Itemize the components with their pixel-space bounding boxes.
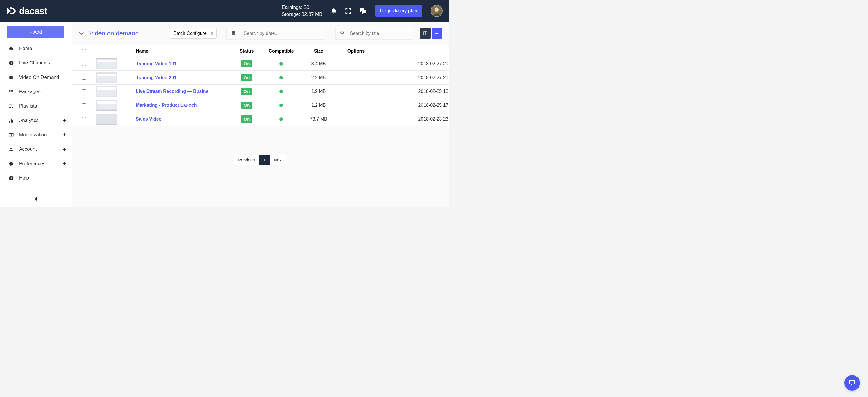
svg-rect-6 bbox=[11, 90, 13, 91]
fullscreen-icon[interactable] bbox=[345, 8, 351, 14]
compatible-indicator bbox=[279, 76, 283, 79]
size-text: 2.2 MB bbox=[300, 75, 337, 80]
sidebar-item-monetization[interactable]: $ Monetization + bbox=[0, 128, 72, 142]
svg-text:i: i bbox=[11, 176, 12, 180]
row-checkbox[interactable] bbox=[82, 76, 86, 80]
search-date-input[interactable] bbox=[243, 28, 320, 39]
sidebar-item-live-channels[interactable]: Live Channels bbox=[0, 56, 72, 70]
compatible-indicator bbox=[279, 104, 283, 107]
search-date-wrap bbox=[226, 27, 324, 40]
content-area: Video on demand Batch Configure ▲▼ bbox=[72, 22, 449, 207]
sidebar-item-label: Playlists bbox=[19, 103, 37, 109]
sidebar-item-analytics[interactable]: Analytics + bbox=[0, 113, 72, 128]
table-row: Live Stream Recording — Busine On 1.9 MB… bbox=[72, 85, 449, 98]
size-text: 1.2 MB bbox=[300, 103, 337, 108]
video-thumbnail[interactable] bbox=[96, 100, 117, 111]
collapse-sidebar-icon[interactable] bbox=[33, 195, 39, 203]
expand-icon: + bbox=[63, 161, 66, 167]
compatible-indicator bbox=[279, 90, 283, 93]
status-badge: On bbox=[241, 88, 253, 95]
search-icon[interactable] bbox=[339, 28, 349, 38]
sidebar-item-label: Home bbox=[19, 46, 32, 52]
date-text: 2018-02-25 17:59:50 bbox=[375, 103, 449, 108]
status-badge: On bbox=[241, 102, 253, 109]
sidebar-item-preferences[interactable]: Preferences + bbox=[0, 157, 72, 171]
video-thumbnail[interactable] bbox=[96, 58, 117, 69]
svg-rect-7 bbox=[9, 92, 10, 92]
svg-rect-3 bbox=[9, 76, 10, 79]
compatible-indicator bbox=[279, 62, 283, 66]
table-header: Name Status Compatible Size Options Date… bbox=[72, 45, 449, 57]
video-thumbnail[interactable] bbox=[96, 86, 117, 97]
video-name-link[interactable]: Marketing - Product Launch bbox=[136, 103, 231, 108]
compatible-indicator bbox=[279, 118, 283, 121]
earnings-text: Earnings: $0 bbox=[282, 4, 322, 11]
toolbar: Video on demand Batch Configure ▲▼ bbox=[72, 22, 449, 45]
pagination-previous[interactable]: Previous bbox=[234, 155, 259, 165]
person-icon bbox=[8, 147, 14, 152]
svg-rect-23 bbox=[232, 31, 236, 32]
svg-rect-9 bbox=[9, 93, 10, 94]
date-text: 2018-02-27 20:44:01 bbox=[375, 75, 449, 80]
sidebar-item-packages[interactable]: Packages bbox=[0, 85, 72, 99]
sidebar-item-label: Analytics bbox=[19, 118, 38, 124]
sidebar-item-label: Preferences bbox=[19, 161, 45, 167]
th-options: Options bbox=[337, 48, 375, 54]
sidebar-item-help[interactable]: i Help bbox=[0, 171, 72, 185]
sidebar-item-home[interactable]: Home bbox=[0, 41, 72, 56]
gear-icon bbox=[8, 161, 14, 166]
row-checkbox[interactable] bbox=[82, 62, 86, 66]
sidebar-item-vod[interactable]: Video On Demand bbox=[0, 70, 72, 85]
row-checkbox[interactable] bbox=[82, 103, 86, 107]
calendar-icon[interactable] bbox=[230, 28, 240, 38]
sidebar-item-account[interactable]: Account + bbox=[0, 142, 72, 157]
chevron-down-icon[interactable] bbox=[79, 32, 84, 35]
svg-point-19 bbox=[10, 147, 12, 149]
pagination-next[interactable]: Next bbox=[270, 155, 287, 165]
header: dacast Earnings: $0 Storage: 82.37 MB Up… bbox=[0, 0, 449, 22]
upgrade-button[interactable]: Upgrade my plan bbox=[375, 5, 423, 17]
row-checkbox[interactable] bbox=[82, 117, 86, 121]
video-name-link[interactable]: Live Stream Recording — Busine bbox=[136, 89, 231, 94]
video-name-link[interactable]: Training Video 201 bbox=[136, 75, 231, 80]
search-title-input[interactable] bbox=[349, 28, 409, 39]
page-title: Video on demand bbox=[89, 30, 139, 37]
table-row: Marketing - Product Launch On 1.2 MB 201… bbox=[72, 98, 449, 112]
avatar[interactable] bbox=[431, 5, 443, 17]
table-row: Training Video 101 On 3.4 MB 2018-02-27 … bbox=[72, 57, 449, 71]
svg-rect-15 bbox=[11, 120, 12, 123]
date-text: 2018-02-25 18:17:00 bbox=[375, 89, 449, 94]
video-thumbnail[interactable] bbox=[96, 72, 117, 83]
account-stats: Earnings: $0 Storage: 82.37 MB bbox=[282, 4, 322, 18]
logo-text: dacast bbox=[19, 6, 47, 16]
video-name-link[interactable]: Training Video 101 bbox=[136, 61, 231, 66]
svg-point-0 bbox=[435, 7, 439, 11]
row-checkbox[interactable] bbox=[82, 90, 86, 94]
chart-icon bbox=[8, 118, 14, 123]
add-button[interactable]: + Add bbox=[7, 27, 64, 38]
home-icon bbox=[8, 46, 14, 51]
logo[interactable]: dacast bbox=[6, 6, 47, 16]
sidebar-item-label: Live Channels bbox=[19, 60, 50, 66]
status-badge: On bbox=[241, 60, 253, 67]
columns-button[interactable] bbox=[420, 28, 431, 38]
pagination-page-1[interactable]: 1 bbox=[259, 155, 270, 165]
add-video-button[interactable]: + bbox=[432, 28, 442, 38]
comments-icon[interactable] bbox=[360, 8, 367, 14]
sidebar-item-label: Video On Demand bbox=[19, 74, 59, 80]
sidebar: + Add Home Live Channels Video On Demand… bbox=[0, 22, 72, 207]
sort-icon: ▲▼ bbox=[210, 31, 214, 35]
table-row: Training Video 201 On 2.2 MB 2018-02-27 … bbox=[72, 71, 449, 85]
sidebar-item-label: Account bbox=[19, 146, 36, 152]
play-circle-icon bbox=[8, 60, 14, 66]
select-all-checkbox[interactable] bbox=[82, 49, 86, 53]
batch-configure-select[interactable]: Batch Configure ▲▼ bbox=[170, 28, 217, 38]
svg-text:$: $ bbox=[11, 134, 12, 136]
bell-icon[interactable] bbox=[331, 8, 337, 14]
svg-rect-25 bbox=[234, 31, 235, 32]
sidebar-item-playlists[interactable]: Playlists bbox=[0, 99, 72, 113]
date-text: 2018-02-27 20:47:54 bbox=[375, 61, 449, 66]
video-name-link[interactable]: Sales Video bbox=[136, 117, 231, 122]
video-thumbnail[interactable] bbox=[96, 113, 117, 125]
svg-rect-5 bbox=[9, 90, 10, 91]
